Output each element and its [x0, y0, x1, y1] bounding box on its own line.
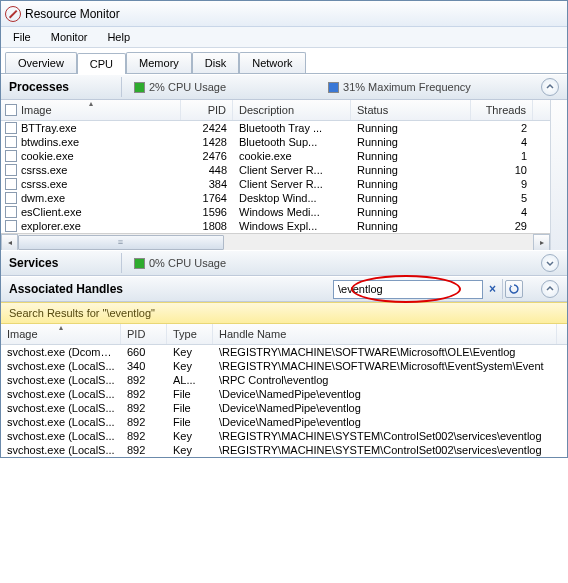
handles-header[interactable]: Associated Handles × [1, 276, 567, 302]
max-freq-label: 31% Maximum Frequency [343, 81, 471, 93]
table-row[interactable]: esClient.exe1596Windows Medi...Running4 [1, 205, 550, 219]
cell-pid: 892 [121, 430, 167, 442]
row-checkbox[interactable] [5, 136, 17, 148]
col-image[interactable]: Image [1, 100, 181, 120]
services-header[interactable]: Services 0% CPU Usage [1, 250, 567, 276]
cell-pid: 448 [181, 164, 233, 176]
cell-type: File [167, 388, 213, 400]
cell-type: Key [167, 430, 213, 442]
processes-header[interactable]: Processes 2% CPU Usage 31% Maximum Frequ… [1, 74, 567, 100]
row-checkbox[interactable] [5, 220, 17, 232]
hcol-type[interactable]: Type [167, 324, 213, 344]
table-row[interactable]: svchost.exe (LocalS...892File\Device\Nam… [1, 415, 567, 429]
tab-overview[interactable]: Overview [5, 52, 77, 73]
table-row[interactable]: svchost.exe (DcomL...660Key\REGISTRY\MAC… [1, 345, 567, 359]
table-row[interactable]: svchost.exe (LocalS...892File\Device\Nam… [1, 387, 567, 401]
table-row[interactable]: dwm.exe1764Desktop Wind...Running5 [1, 191, 550, 205]
tab-disk[interactable]: Disk [192, 52, 239, 73]
table-row[interactable]: cookie.exe2476cookie.exeRunning1 [1, 149, 550, 163]
row-checkbox[interactable] [5, 192, 17, 204]
services-title: Services [9, 256, 109, 270]
scroll-left-button[interactable]: ◂ [1, 234, 18, 251]
row-checkbox[interactable] [5, 178, 17, 190]
cell-threads: 4 [471, 206, 533, 218]
table-row[interactable]: svchost.exe (LocalS...892Key\REGISTRY\MA… [1, 429, 567, 443]
cell-image: btwdins.exe [1, 136, 181, 148]
cell-type: Key [167, 444, 213, 456]
cell-status: Running [351, 192, 471, 204]
tab-memory[interactable]: Memory [126, 52, 192, 73]
table-row[interactable]: svchost.exe (LocalS...892File\Device\Nam… [1, 401, 567, 415]
collapse-processes-button[interactable] [541, 78, 559, 96]
cell-image: svchost.exe (LocalS... [1, 430, 121, 442]
cell-status: Running [351, 122, 471, 134]
cell-image: explorer.exe [1, 220, 181, 232]
cell-image: svchost.exe (LocalS... [1, 416, 121, 428]
row-checkbox[interactable] [5, 122, 17, 134]
divider [121, 77, 122, 97]
col-desc[interactable]: Description [233, 100, 351, 120]
table-row[interactable]: explorer.exe1808Windows Expl...Running29 [1, 219, 550, 233]
tab-cpu[interactable]: CPU [77, 53, 126, 74]
cell-status: Running [351, 136, 471, 148]
collapse-handles-button[interactable] [541, 280, 559, 298]
cell-image: dwm.exe [1, 192, 181, 204]
table-row[interactable]: BTTray.exe2424Bluetooth Tray ...Running2 [1, 121, 550, 135]
cell-desc: Client Server R... [233, 164, 351, 176]
horizontal-scrollbar[interactable]: ◂ ▸ [1, 233, 550, 250]
tab-network[interactable]: Network [239, 52, 305, 73]
scroll-track[interactable] [18, 234, 533, 251]
scroll-thumb[interactable] [18, 235, 224, 250]
cell-name: \RPC Control\eventlog [213, 374, 557, 386]
cell-image: svchost.exe (LocalS... [1, 388, 121, 400]
cell-desc: Bluetooth Sup... [233, 136, 351, 148]
cell-desc: Desktop Wind... [233, 192, 351, 204]
cell-type: Key [167, 360, 213, 372]
vertical-scrollbar[interactable] [550, 100, 567, 250]
menu-monitor[interactable]: Monitor [47, 29, 92, 45]
scroll-right-button[interactable]: ▸ [533, 234, 550, 251]
cell-name: \REGISTRY\MACHINE\SYSTEM\ControlSet002\s… [213, 444, 557, 456]
search-wrap: × [333, 279, 523, 299]
handles-title: Associated Handles [9, 282, 123, 296]
table-row[interactable]: svchost.exe (LocalS...892AL...\RPC Contr… [1, 373, 567, 387]
row-checkbox[interactable] [5, 150, 17, 162]
handles-search-input[interactable] [333, 280, 483, 299]
menu-file[interactable]: File [9, 29, 35, 45]
table-row[interactable]: svchost.exe (LocalS...892Key\REGISTRY\MA… [1, 443, 567, 457]
row-checkbox[interactable] [5, 164, 17, 176]
col-threads[interactable]: Threads [471, 100, 533, 120]
table-row[interactable]: btwdins.exe1428Bluetooth Sup...Running4 [1, 135, 550, 149]
cell-pid: 340 [121, 360, 167, 372]
cell-desc: cookie.exe [233, 150, 351, 162]
cell-name: \REGISTRY\MACHINE\SOFTWARE\Microsoft\Eve… [213, 360, 557, 372]
refresh-button[interactable] [505, 280, 523, 298]
handles-table-body: svchost.exe (DcomL...660Key\REGISTRY\MAC… [1, 345, 567, 457]
search-results-banner: Search Results for "\eventlog" [1, 302, 567, 324]
hcol-image[interactable]: Image [1, 324, 121, 344]
col-status[interactable]: Status [351, 100, 471, 120]
menu-help[interactable]: Help [103, 29, 134, 45]
hcol-pid[interactable]: PID [121, 324, 167, 344]
processes-table-body: BTTray.exe2424Bluetooth Tray ...Running2… [1, 121, 550, 233]
cell-threads: 5 [471, 192, 533, 204]
chevron-up-icon [545, 82, 555, 92]
row-checkbox[interactable] [5, 206, 17, 218]
clear-search-button[interactable]: × [485, 282, 500, 296]
hcol-name[interactable]: Handle Name [213, 324, 557, 344]
swatch-green [134, 82, 145, 93]
cell-type: File [167, 402, 213, 414]
table-row[interactable]: csrss.exe448Client Server R...Running10 [1, 163, 550, 177]
cell-pid: 1764 [181, 192, 233, 204]
cell-pid: 1808 [181, 220, 233, 232]
cell-threads: 9 [471, 178, 533, 190]
cell-pid: 892 [121, 416, 167, 428]
select-all-checkbox[interactable] [5, 104, 17, 116]
cell-image: svchost.exe (LocalS... [1, 402, 121, 414]
chevron-up-icon [545, 284, 555, 294]
col-pid[interactable]: PID [181, 100, 233, 120]
expand-services-button[interactable] [541, 254, 559, 272]
processes-columns: Image PID Description Status Threads [1, 100, 550, 121]
table-row[interactable]: csrss.exe384Client Server R...Running9 [1, 177, 550, 191]
table-row[interactable]: svchost.exe (LocalS...340Key\REGISTRY\MA… [1, 359, 567, 373]
